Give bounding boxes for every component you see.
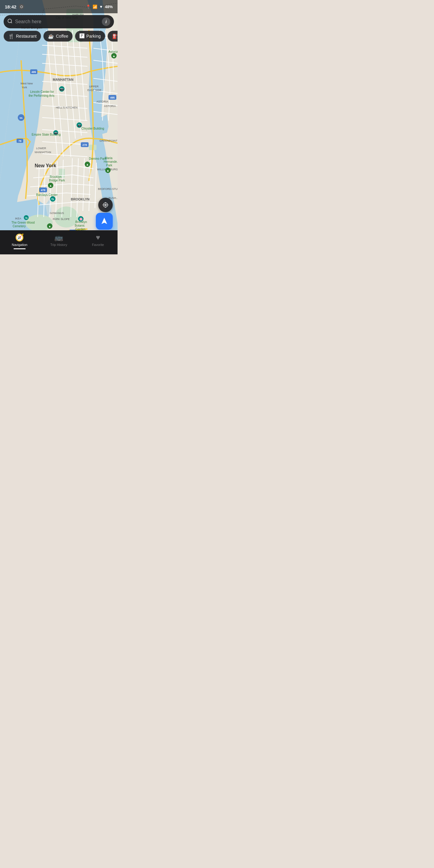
svg-text:▲: ▲	[48, 224, 51, 228]
tab-label-navigation: Navigation	[12, 243, 27, 247]
svg-text:Lincoln Center for: Lincoln Center for	[30, 90, 54, 93]
gas-icon: ⛽	[112, 33, 118, 39]
status-time: 18:42	[5, 4, 16, 9]
svg-text:🌸: 🌸	[79, 217, 83, 221]
pill-label-parking: Parking	[86, 34, 100, 38]
tab-navigation[interactable]: 🧭Navigation	[0, 233, 39, 249]
svg-text:Botanic: Botanic	[75, 224, 85, 227]
svg-text:78: 78	[19, 140, 22, 143]
svg-text:York: York	[22, 86, 27, 89]
svg-line-83	[11, 22, 12, 23]
svg-text:MANHATTAN: MANHATTAN	[53, 78, 73, 82]
status-icon-round: ⬡	[19, 4, 24, 9]
svg-text:BEDFORD-STUYVESANT: BEDFORD-STUYVESANT	[98, 187, 118, 190]
tab-label-trip-history: Trip History	[50, 243, 67, 247]
svg-text:478: 478	[41, 189, 45, 192]
svg-point-84	[104, 204, 106, 206]
tab-icon-favorite: ♥	[96, 233, 100, 242]
svg-text:EAST SIDE: EAST SIDE	[87, 89, 101, 92]
battery-percent: 48%	[105, 4, 113, 9]
info-button[interactable]: i	[102, 18, 110, 26]
svg-text:▲: ▲	[86, 163, 89, 166]
navigate-button[interactable]	[96, 213, 113, 230]
svg-text:🛍: 🛍	[51, 197, 54, 201]
svg-text:ASTORIA: ASTORIA	[104, 104, 116, 107]
tab-icon-navigation: 🧭	[15, 233, 24, 242]
svg-text:Barclays Center: Barclays Center	[36, 193, 58, 196]
tab-favorite[interactable]: ♥Favorite	[79, 233, 118, 247]
pill-label-restaurant: Restaurant	[16, 34, 36, 38]
svg-text:MANHATTAN: MANHATTAN	[35, 151, 51, 154]
svg-text:IKEA: IKEA	[15, 217, 22, 220]
svg-text:the Performing Arts: the Performing Arts	[29, 94, 55, 97]
pill-gas[interactable]: ⛽Gas	[107, 31, 118, 41]
signal-icon: 📶	[93, 4, 97, 9]
search-bar[interactable]: Search here i	[4, 15, 114, 28]
svg-text:GOWANUS: GOWANUS	[50, 212, 64, 215]
pill-coffee[interactable]: ☕Coffee	[43, 31, 73, 41]
pill-restaurant[interactable]: 🍴Restaurant	[4, 31, 41, 41]
tab-trip-history[interactable]: 🚌Trip History	[39, 233, 79, 247]
tab-icon-trip-history: 🚌	[54, 233, 63, 242]
svg-text:HELL'S KITCHEN: HELL'S KITCHEN	[56, 106, 78, 109]
svg-text:LOWER: LOWER	[36, 147, 46, 150]
svg-text:📷: 📷	[60, 87, 64, 91]
svg-text:Hernande...: Hernande...	[104, 160, 118, 163]
category-pills: 🍴Restaurant☕Coffee🅿Parking⛽Gas	[0, 31, 118, 41]
svg-text:🛍: 🛍	[25, 216, 28, 219]
svg-text:BROOKLYN: BROOKLYN	[71, 197, 90, 201]
svg-text:PARK SLOPE: PARK SLOPE	[53, 218, 70, 221]
status-right: 📍 📶 ▼ 48%	[86, 4, 113, 9]
svg-text:📷: 📷	[54, 131, 58, 135]
svg-text:495: 495	[31, 70, 36, 73]
svg-text:Astoria Pa...: Astoria Pa...	[108, 50, 118, 53]
svg-text:Chrysler Building: Chrysler Building	[82, 127, 104, 130]
restaurant-icon: 🍴	[8, 33, 14, 39]
svg-text:Maria: Maria	[105, 156, 113, 160]
search-placeholder: Search here	[15, 19, 99, 24]
status-left: 18:42 ⬡	[5, 4, 24, 9]
svg-text:▲: ▲	[106, 169, 110, 172]
tab-active-indicator	[13, 248, 26, 249]
coffee-icon: ☕	[48, 33, 54, 39]
location-icon: 📍	[86, 4, 91, 9]
search-icon	[7, 19, 13, 25]
parking-icon: 🅿	[80, 33, 84, 39]
svg-text:278: 278	[82, 144, 87, 147]
svg-text:Park: Park	[106, 164, 113, 167]
pill-parking[interactable]: 🅿Parking	[75, 31, 105, 41]
svg-text:GREENPOINT: GREENPOINT	[99, 139, 118, 142]
tab-bar: 🧭Navigation🚌Trip History♥Favorite	[0, 230, 118, 254]
status-bar: 18:42 ⬡ 📍 📶 ▼ 48%	[0, 0, 118, 13]
svg-text:▲: ▲	[49, 184, 52, 187]
svg-text:📷: 📷	[78, 124, 82, 127]
pill-label-coffee: Coffee	[56, 34, 68, 38]
svg-text:UPPER: UPPER	[89, 85, 99, 88]
svg-text:Bridge Park: Bridge Park	[49, 179, 65, 182]
svg-text:495: 495	[110, 96, 115, 99]
svg-text:▲: ▲	[113, 54, 116, 58]
svg-point-82	[8, 19, 11, 23]
info-icon: i	[105, 19, 107, 24]
svg-text:ASTORIA: ASTORIA	[96, 100, 108, 103]
svg-text:Brooklyn: Brooklyn	[50, 175, 61, 179]
wifi-icon: ▼	[99, 4, 103, 9]
svg-text:West New: West New	[21, 82, 33, 85]
tab-label-favorite: Favorite	[92, 243, 104, 247]
svg-text:9A: 9A	[20, 117, 23, 119]
svg-point-85	[103, 203, 108, 207]
svg-text:The Green-Wood: The Green-Wood	[11, 221, 35, 224]
svg-text:Cemetery: Cemetery	[13, 224, 26, 228]
location-button[interactable]	[98, 198, 113, 212]
svg-text:New York: New York	[35, 163, 56, 168]
